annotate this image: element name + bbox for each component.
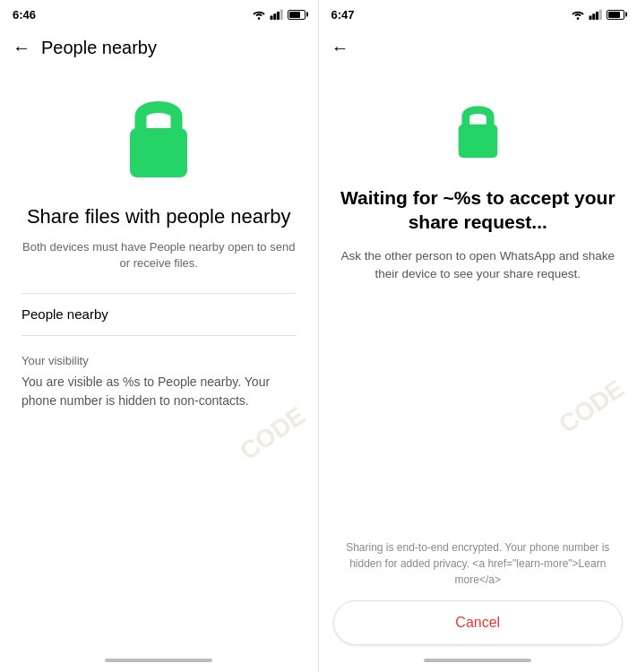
lock-large-icon: [109, 88, 208, 186]
svg-point-0: [257, 17, 260, 20]
lock-small-icon: [444, 97, 512, 164]
signal-icon-left: [270, 9, 284, 20]
svg-rect-2: [273, 13, 276, 20]
encryption-text: Sharing is end-to-end encrypted. Your ph…: [333, 539, 624, 588]
svg-rect-4: [280, 10, 282, 20]
visibility-text: You are visible as %s to People nearby. …: [22, 373, 297, 410]
wifi-icon-right: [571, 9, 585, 20]
svg-rect-10: [599, 10, 602, 20]
svg-rect-9: [596, 12, 598, 20]
status-time-right: 6:47: [331, 8, 355, 22]
share-title: Share files with people nearby: [27, 204, 291, 230]
people-nearby-label: People nearby: [22, 306, 108, 322]
status-bar-left: 6:46: [0, 0, 318, 25]
nav-bar-right: [424, 659, 531, 662]
right-screen: 6:47 ← Wa: [319, 0, 638, 672]
svg-point-6: [577, 17, 580, 20]
battery-icon-right: [607, 10, 624, 20]
svg-rect-7: [590, 16, 592, 21]
page-title-left: People nearby: [41, 38, 157, 58]
wifi-icon: [252, 9, 266, 20]
back-button-right[interactable]: ←: [331, 38, 349, 58]
waiting-title: Waiting for ~%s to accept your share req…: [340, 185, 616, 235]
svg-rect-8: [592, 13, 595, 20]
nav-indicator-right: [319, 654, 638, 672]
header-left: ← People nearby: [0, 25, 318, 70]
waiting-subtitle: Ask the other person to open WhatsApp an…: [340, 247, 616, 284]
svg-rect-3: [277, 12, 280, 20]
bottom-section-right: Sharing is end-to-end encrypted. Your ph…: [333, 539, 624, 645]
cancel-label: Cancel: [455, 615, 500, 631]
visibility-group-title: Your visibility: [22, 354, 297, 367]
people-nearby-item[interactable]: People nearby: [22, 294, 297, 336]
svg-rect-1: [270, 16, 272, 21]
status-icons-right: [571, 9, 624, 20]
svg-rect-5: [130, 128, 187, 177]
svg-rect-11: [458, 125, 497, 159]
left-screen: 6:46 ← People nearby: [0, 0, 319, 672]
left-content: Share files with people nearby Both devi…: [0, 70, 318, 654]
status-icons-left: [252, 9, 306, 20]
battery-icon-left: [288, 10, 306, 20]
cancel-button[interactable]: Cancel: [333, 600, 624, 645]
visibility-section: Your visibility You are visible as %s to…: [22, 354, 297, 410]
status-bar-right: 6:47: [319, 0, 638, 25]
nav-indicator-left: [0, 654, 318, 672]
header-right: ←: [319, 25, 638, 70]
back-button-left[interactable]: ←: [13, 38, 30, 58]
share-subtitle: Both devices must have People nearby ope…: [22, 239, 297, 271]
status-time-left: 6:46: [13, 8, 36, 22]
signal-icon-right: [589, 9, 603, 20]
nav-bar-left: [105, 659, 212, 662]
